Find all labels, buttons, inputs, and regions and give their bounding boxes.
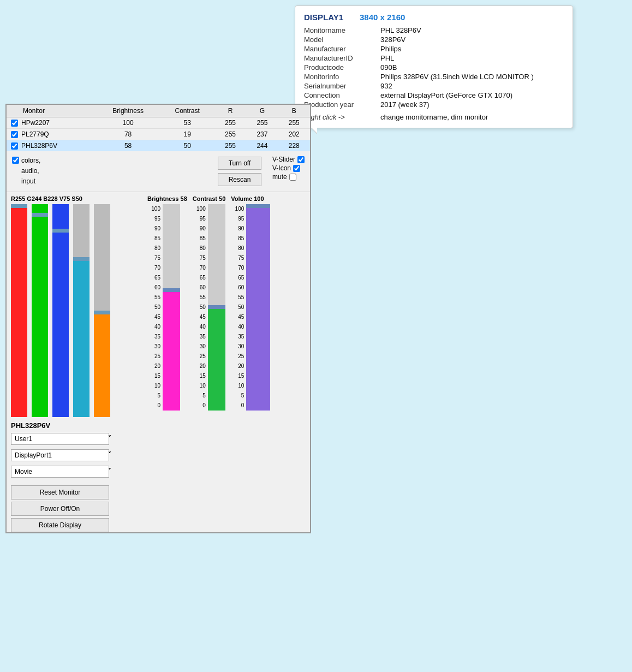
b-bar-wrap <box>52 204 69 417</box>
r-bar-thumb <box>11 204 27 208</box>
g-0: 255 <box>246 117 278 129</box>
brightness-thumb <box>163 288 180 292</box>
info-label-serial: Serialnumber <box>304 82 380 90</box>
monitor-check-0[interactable] <box>11 120 18 127</box>
b-bar-thumb <box>52 229 69 233</box>
colors-check-group: colors, audio, input <box>12 156 207 187</box>
col-header-contrast: Contrast <box>160 105 214 117</box>
s-bar-track[interactable] <box>94 204 110 417</box>
info-label-model: Model <box>304 35 380 44</box>
info-value-productcode: 090B <box>380 63 564 72</box>
volume-slider-inner: 0 5 10 15 20 25 30 35 40 45 50 55 60 65 <box>231 204 270 411</box>
brightness-slider-inner: 0 5 10 15 20 25 30 35 40 45 50 55 60 65 <box>147 204 187 411</box>
contrast-thumb <box>208 305 225 309</box>
s-bar-thumb <box>94 311 110 314</box>
g-1: 237 <box>246 129 278 140</box>
contrast-title: Contrast 50 <box>193 195 226 202</box>
monitor-name-0: HPw2207 <box>21 119 50 127</box>
monitor-table: Monitor Brightness Contrast R G B HPw220… <box>7 105 310 151</box>
volume-fill <box>246 204 270 411</box>
vicon-checkbox[interactable] <box>293 165 300 172</box>
table-row[interactable]: PL2779Q 78 19 255 237 202 <box>7 129 310 140</box>
s-bar-wrap <box>94 204 110 417</box>
action-buttons-group: Turn off Rescan <box>218 157 261 186</box>
brightness-title: Brightness 58 <box>147 195 187 202</box>
turn-off-button[interactable]: Turn off <box>218 157 261 170</box>
contrast-1: 19 <box>160 129 214 140</box>
right-click-hint: Right click -> change monitorname, dim m… <box>304 113 564 121</box>
r-2: 255 <box>214 140 246 152</box>
g-bar-wrap <box>32 204 48 417</box>
volume-title: Volume 100 <box>231 195 270 202</box>
info-label-monitorinfo: Monitorinfo <box>304 73 380 81</box>
col-header-b: B <box>278 105 310 117</box>
monitor-name-1: PL2779Q <box>21 130 49 138</box>
monitor-check-2[interactable] <box>11 142 18 150</box>
col-header-r: R <box>214 105 246 117</box>
b-bar-track[interactable] <box>52 204 69 417</box>
v-bar-fill <box>73 257 90 417</box>
contrast-2: 50 <box>160 140 214 152</box>
info-value-model: 328P6V <box>380 35 564 44</box>
color-bars-container <box>11 204 142 417</box>
display-id: DISPLAY1 <box>304 13 343 22</box>
reset-monitor-button[interactable]: Reset Monitor <box>11 485 109 499</box>
vslider-checkbox[interactable] <box>297 156 305 163</box>
col-header-brightness: Brightness <box>96 105 160 117</box>
brightness-slider-wrap: Brightness 58 0 5 10 15 20 25 30 35 40 4… <box>147 195 187 532</box>
info-label-monitorname: Monitorname <box>304 26 380 34</box>
rgb-header: R255 G244 B228 V75 S50 <box>11 195 142 202</box>
info-label-production: Production year <box>304 100 380 109</box>
info-label-manufacturer: Manufacturer <box>304 45 380 53</box>
v-bar-track[interactable] <box>73 204 90 417</box>
brightness-1: 78 <box>96 129 160 140</box>
profile-dropdown-wrap: User1 User2 User3 ˅ <box>11 433 115 447</box>
rightclick-label: Right click -> <box>304 113 380 121</box>
brightness-track[interactable] <box>163 204 180 411</box>
col-header-monitor: Monitor <box>7 105 96 117</box>
vslider-options: V-Slider V-Icon mute <box>272 156 305 181</box>
contrast-slider-wrap: Contrast 50 0 5 10 15 20 25 30 35 40 45 … <box>193 195 226 532</box>
g-2: 244 <box>246 140 278 152</box>
v-bar-wrap <box>73 204 90 417</box>
g-bar-fill <box>32 204 48 417</box>
colors-checkbox[interactable] <box>12 157 19 164</box>
info-value-production: 2017 (week 37) <box>380 100 564 109</box>
volume-scale: 0 5 10 15 20 25 30 35 40 45 50 55 60 65 <box>231 204 245 411</box>
info-label-manid: ManufacturerID <box>304 54 380 62</box>
sliders-area: R255 G244 B228 V75 S50 <box>7 192 310 532</box>
contrast-track[interactable] <box>208 204 225 411</box>
table-row[interactable]: PHL328P6V 58 50 255 244 228 <box>7 140 310 152</box>
left-section: R255 G244 B228 V75 S50 <box>11 195 142 532</box>
mode-dropdown-wrap: Movie Standard Game ˅ <box>11 466 115 480</box>
profile-dropdown[interactable]: User1 User2 User3 <box>11 433 109 445</box>
info-value-manufacturer: Philips <box>380 45 564 53</box>
b-1: 202 <box>278 129 310 140</box>
v-bar-thumb <box>73 257 90 261</box>
b-bar-fill <box>52 204 69 417</box>
power-button[interactable]: Power Off/On <box>11 502 109 516</box>
r-bar-track[interactable] <box>11 204 27 417</box>
mute-checkbox[interactable] <box>289 174 296 181</box>
monitor-check-1[interactable] <box>11 131 18 138</box>
b-0: 255 <box>278 117 310 129</box>
contrast-0: 53 <box>160 117 214 129</box>
table-row[interactable]: HPw2207 100 53 255 255 255 <box>7 117 310 129</box>
controls-row: colors, audio, input Turn off Rescan V-S… <box>7 151 310 192</box>
g-bar-track[interactable] <box>32 204 48 417</box>
volume-slider-wrap: Volume 100 0 5 10 15 20 25 30 35 40 45 5… <box>231 195 270 532</box>
info-label-connection: Connection <box>304 91 380 99</box>
mute-label: mute <box>272 173 287 181</box>
info-value-connection: external DisplayPort (GeForce GTX 1070) <box>380 91 564 99</box>
info-label-productcode: Productcode <box>304 63 380 72</box>
brightness-0: 100 <box>96 117 160 129</box>
s-bar-fill <box>94 311 110 417</box>
rotate-display-button[interactable]: Rotate Display <box>11 518 109 532</box>
monitor-info-box: DISPLAY1 3840 x 2160 Monitorname PHL 328… <box>295 5 573 128</box>
rescan-button[interactable]: Rescan <box>218 173 261 186</box>
input-dropdown-wrap: DisplayPort1 HDMI1 HDMI2 ˅ <box>11 449 115 463</box>
r-1: 255 <box>214 129 246 140</box>
input-dropdown[interactable]: DisplayPort1 HDMI1 HDMI2 <box>11 449 109 461</box>
volume-track[interactable] <box>246 204 270 411</box>
mode-dropdown[interactable]: Movie Standard Game <box>11 466 109 478</box>
